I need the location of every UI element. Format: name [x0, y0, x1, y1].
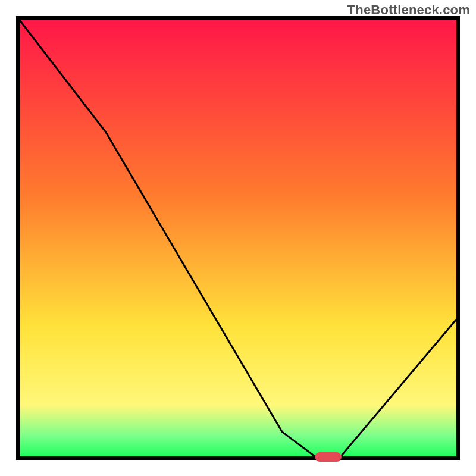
watermark-text: TheBottleneck.com	[347, 2, 470, 18]
sweet-spot-marker	[315, 452, 342, 462]
chart-container: TheBottleneck.com	[0, 0, 476, 476]
bottleneck-chart	[0, 0, 476, 476]
plot-gradient-background	[18, 18, 458, 458]
